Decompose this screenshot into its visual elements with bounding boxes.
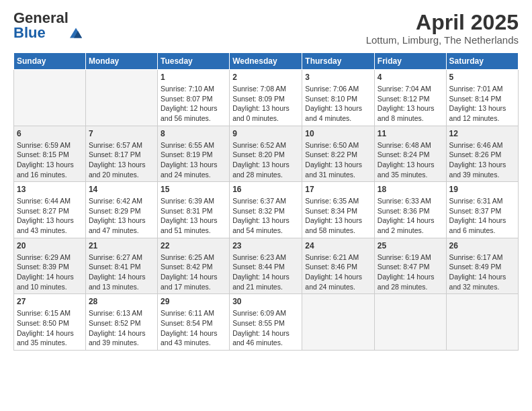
sunrise-text: Sunrise: 6:48 AM xyxy=(378,141,431,149)
sunrise-text: Sunrise: 6:25 AM xyxy=(161,253,214,261)
day-number: 10 xyxy=(305,128,371,140)
table-row: 13Sunrise: 6:44 AMSunset: 8:27 PMDayligh… xyxy=(14,182,86,238)
sunset-text: Sunset: 8:15 PM xyxy=(17,150,69,158)
sunset-text: Sunset: 8:12 PM xyxy=(378,95,430,103)
sunset-text: Sunset: 8:19 PM xyxy=(161,150,213,158)
table-row: 21Sunrise: 6:27 AMSunset: 8:41 PMDayligh… xyxy=(85,238,157,294)
table-row: 2Sunrise: 7:08 AMSunset: 8:09 PMDaylight… xyxy=(230,70,302,126)
daylight-text: Daylight: 14 hours and 28 minutes. xyxy=(378,273,435,291)
sunrise-text: Sunrise: 6:50 AM xyxy=(305,141,359,149)
sunrise-text: Sunrise: 6:33 AM xyxy=(378,197,431,205)
col-tuesday: Tuesday xyxy=(157,53,229,70)
sunrise-text: Sunrise: 6:46 AM xyxy=(449,141,503,149)
sunset-text: Sunset: 8:27 PM xyxy=(17,207,69,215)
daylight-text: Daylight: 13 hours and 4 minutes. xyxy=(305,104,362,122)
col-thursday: Thursday xyxy=(302,53,375,70)
day-number: 29 xyxy=(161,296,226,308)
daylight-text: Daylight: 13 hours and 54 minutes. xyxy=(232,216,290,234)
sunset-text: Sunset: 8:42 PM xyxy=(161,263,213,271)
day-number: 4 xyxy=(378,72,443,83)
day-number: 5 xyxy=(449,72,515,83)
sunrise-text: Sunrise: 7:01 AM xyxy=(449,85,503,93)
calendar-title: April 2025 xyxy=(366,11,519,34)
logo: General Blue xyxy=(13,11,82,40)
table-row xyxy=(14,70,86,126)
table-row xyxy=(374,294,446,351)
sunrise-text: Sunrise: 6:57 AM xyxy=(89,141,142,149)
table-row: 25Sunrise: 6:19 AMSunset: 8:47 PMDayligh… xyxy=(374,238,446,294)
daylight-text: Daylight: 13 hours and 58 minutes. xyxy=(305,216,362,234)
table-row: 8Sunrise: 6:55 AMSunset: 8:19 PMDaylight… xyxy=(157,126,229,182)
sunset-text: Sunset: 8:14 PM xyxy=(449,95,502,103)
day-number: 26 xyxy=(449,240,515,252)
table-row: 30Sunrise: 6:09 AMSunset: 8:55 PMDayligh… xyxy=(230,294,302,351)
sunset-text: Sunset: 8:37 PM xyxy=(449,207,502,215)
daylight-text: Daylight: 13 hours and 47 minutes. xyxy=(89,216,146,234)
day-number: 12 xyxy=(449,128,515,140)
table-row: 4Sunrise: 7:04 AMSunset: 8:12 PMDaylight… xyxy=(374,70,446,126)
sunset-text: Sunset: 8:47 PM xyxy=(378,263,430,271)
sunset-text: Sunset: 8:20 PM xyxy=(232,150,285,158)
day-number: 3 xyxy=(305,72,371,83)
sunset-text: Sunset: 8:52 PM xyxy=(89,319,141,327)
daylight-text: Daylight: 13 hours and 8 minutes. xyxy=(378,104,435,122)
calendar-week-row: 6Sunrise: 6:59 AMSunset: 8:15 PMDaylight… xyxy=(14,126,519,182)
sunrise-text: Sunrise: 7:10 AM xyxy=(161,85,214,93)
col-saturday: Saturday xyxy=(446,53,518,70)
sunset-text: Sunset: 8:50 PM xyxy=(17,319,69,327)
sunset-text: Sunset: 8:26 PM xyxy=(449,150,502,158)
day-number: 21 xyxy=(89,240,154,252)
table-row: 15Sunrise: 6:39 AMSunset: 8:31 PMDayligh… xyxy=(157,182,229,238)
page: General Blue April 2025 Lottum, Limburg,… xyxy=(0,0,532,357)
table-row xyxy=(302,294,375,351)
daylight-text: Daylight: 13 hours and 24 minutes. xyxy=(161,161,218,179)
sunset-text: Sunset: 8:54 PM xyxy=(161,319,213,327)
sunrise-text: Sunrise: 6:52 AM xyxy=(232,141,286,149)
sunrise-text: Sunrise: 6:17 AM xyxy=(449,253,503,261)
calendar-week-row: 27Sunrise: 6:15 AMSunset: 8:50 PMDayligh… xyxy=(14,294,519,351)
daylight-text: Daylight: 14 hours and 32 minutes. xyxy=(449,273,506,291)
sunrise-text: Sunrise: 6:13 AM xyxy=(89,309,142,317)
sunrise-text: Sunrise: 6:23 AM xyxy=(232,253,286,261)
sunset-text: Sunset: 8:22 PM xyxy=(305,150,357,158)
daylight-text: Daylight: 14 hours and 39 minutes. xyxy=(89,329,146,347)
sunset-text: Sunset: 8:10 PM xyxy=(305,95,357,103)
sunset-text: Sunset: 8:55 PM xyxy=(232,319,285,327)
day-number: 23 xyxy=(232,240,299,252)
daylight-text: Daylight: 14 hours and 2 minutes. xyxy=(378,216,435,234)
table-row xyxy=(85,70,157,126)
daylight-text: Daylight: 14 hours and 24 minutes. xyxy=(305,273,362,291)
table-row: 6Sunrise: 6:59 AMSunset: 8:15 PMDaylight… xyxy=(14,126,86,182)
daylight-text: Daylight: 13 hours and 16 minutes. xyxy=(17,161,74,179)
table-row: 5Sunrise: 7:01 AMSunset: 8:14 PMDaylight… xyxy=(446,70,518,126)
daylight-text: Daylight: 13 hours and 0 minutes. xyxy=(232,104,290,122)
daylight-text: Daylight: 13 hours and 31 minutes. xyxy=(305,161,362,179)
sunrise-text: Sunrise: 6:15 AM xyxy=(17,309,71,317)
sunrise-text: Sunrise: 6:42 AM xyxy=(89,197,142,205)
table-row: 26Sunrise: 6:17 AMSunset: 8:49 PMDayligh… xyxy=(446,238,518,294)
table-row: 9Sunrise: 6:52 AMSunset: 8:20 PMDaylight… xyxy=(230,126,302,182)
table-row: 22Sunrise: 6:25 AMSunset: 8:42 PMDayligh… xyxy=(157,238,229,294)
day-number: 20 xyxy=(17,240,83,252)
sunrise-text: Sunrise: 6:11 AM xyxy=(161,309,214,317)
table-row: 10Sunrise: 6:50 AMSunset: 8:22 PMDayligh… xyxy=(302,126,375,182)
day-number: 16 xyxy=(232,184,299,195)
table-row: 23Sunrise: 6:23 AMSunset: 8:44 PMDayligh… xyxy=(230,238,302,294)
calendar-week-row: 1Sunrise: 7:10 AMSunset: 8:07 PMDaylight… xyxy=(14,70,519,126)
daylight-text: Daylight: 14 hours and 46 minutes. xyxy=(232,329,290,347)
daylight-text: Daylight: 14 hours and 21 minutes. xyxy=(232,273,290,291)
table-row: 20Sunrise: 6:29 AMSunset: 8:39 PMDayligh… xyxy=(14,238,86,294)
sunrise-text: Sunrise: 6:19 AM xyxy=(378,253,431,261)
sunset-text: Sunset: 8:46 PM xyxy=(305,263,357,271)
sunrise-text: Sunrise: 6:09 AM xyxy=(232,309,286,317)
sunrise-text: Sunrise: 6:27 AM xyxy=(89,253,142,261)
logo-blue-text: Blue xyxy=(13,24,46,41)
sunrise-text: Sunrise: 6:29 AM xyxy=(17,253,71,261)
day-number: 8 xyxy=(161,128,226,140)
table-row: 17Sunrise: 6:35 AMSunset: 8:34 PMDayligh… xyxy=(302,182,375,238)
sunset-text: Sunset: 8:36 PM xyxy=(378,207,430,215)
day-number: 6 xyxy=(17,128,83,140)
daylight-text: Daylight: 13 hours and 35 minutes. xyxy=(378,161,435,179)
daylight-text: Daylight: 13 hours and 12 minutes. xyxy=(449,104,506,122)
daylight-text: Daylight: 14 hours and 10 minutes. xyxy=(17,273,74,291)
